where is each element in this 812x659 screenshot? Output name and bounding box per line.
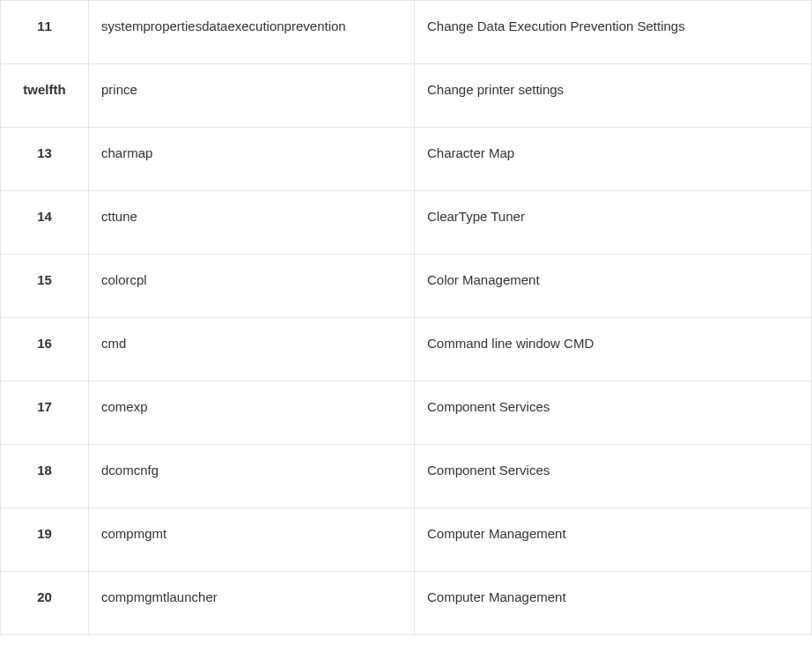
row-command: cttune (89, 191, 415, 255)
row-index: 13 (1, 128, 89, 191)
row-description: Change Data Execution Prevention Setting… (415, 1, 812, 64)
table-row: 15 colorcpl Color Management (1, 255, 812, 318)
row-command: compmgmtlauncher (89, 572, 415, 635)
row-command: systempropertiesdataexecutionprevention (89, 1, 415, 64)
row-index: 14 (1, 191, 89, 255)
row-command: prince (89, 64, 415, 128)
commands-table: 11 systempropertiesdataexecutionpreventi… (0, 0, 812, 635)
row-description: Command line window CMD (415, 318, 812, 381)
table-row: 13 charmap Character Map (1, 128, 812, 191)
row-description: Component Services (415, 445, 812, 508)
row-command: dcomcnfg (89, 445, 415, 508)
row-description: Character Map (415, 128, 812, 191)
row-index: 15 (1, 255, 89, 318)
row-description: Computer Management (415, 572, 812, 635)
row-command: comexp (89, 381, 415, 445)
table-row: 17 comexp Component Services (1, 381, 812, 445)
row-index: 16 (1, 318, 89, 381)
row-description: Color Management (415, 255, 812, 318)
row-index: 11 (1, 1, 89, 64)
row-command: colorcpl (89, 255, 415, 318)
table-row: 20 compmgmtlauncher Computer Management (1, 572, 812, 635)
row-index: twelfth (1, 64, 89, 128)
table-row: 14 cttune ClearType Tuner (1, 191, 812, 255)
row-command: charmap (89, 128, 415, 191)
row-index: 17 (1, 381, 89, 445)
row-description: ClearType Tuner (415, 191, 812, 255)
row-index: 18 (1, 445, 89, 508)
row-index: 19 (1, 508, 89, 572)
row-index: 20 (1, 572, 89, 635)
table-row: 19 compmgmt Computer Management (1, 508, 812, 572)
table-row: twelfth prince Change printer settings (1, 64, 812, 128)
row-description: Component Services (415, 381, 812, 445)
table-row: 18 dcomcnfg Component Services (1, 445, 812, 508)
commands-table-container: 11 systempropertiesdataexecutionpreventi… (0, 0, 812, 635)
row-command: cmd (89, 318, 415, 381)
row-description: Computer Management (415, 508, 812, 572)
commands-table-body: 11 systempropertiesdataexecutionpreventi… (1, 1, 812, 635)
table-row: 16 cmd Command line window CMD (1, 318, 812, 381)
row-command: compmgmt (89, 508, 415, 572)
table-row: 11 systempropertiesdataexecutionpreventi… (1, 1, 812, 64)
row-description: Change printer settings (415, 64, 812, 128)
